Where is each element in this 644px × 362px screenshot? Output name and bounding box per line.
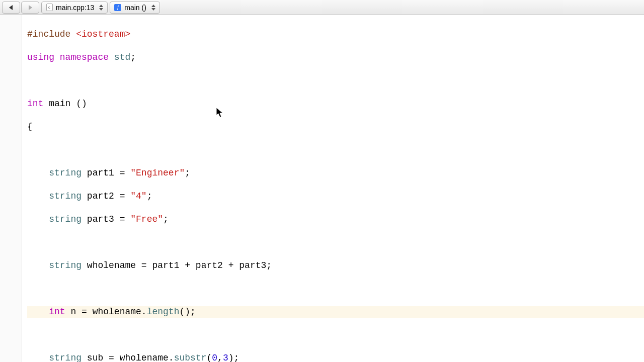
type: string [49,260,82,270]
punct: ; [185,168,190,178]
punct: ; [163,214,169,224]
code-line [27,75,644,86]
triangle-left-icon [8,5,14,11]
indent [27,307,49,317]
punct: (); [179,307,195,317]
indent [27,168,49,178]
file-breadcrumb-label: main.cpp:13 [56,4,94,12]
indent [27,214,49,224]
preproc: #include [27,29,76,39]
identifier: sub = wholename. [82,353,174,362]
file-icon: c [46,4,53,11]
function-icon: f [114,4,121,11]
svg-marker-5 [151,8,155,11]
method: substr [174,353,207,362]
indent [27,191,49,201]
code-line [27,329,644,341]
file-breadcrumb[interactable]: c main.cpp:13 [41,2,108,14]
punct: , [217,353,223,362]
code-line: string part3 = "Free"; [27,214,644,225]
string-literal: "Free" [130,214,163,224]
code-line: #include <iostream> [27,29,644,40]
number: 0 [212,353,217,362]
expression: wholename = part1 + part2 + part3; [82,260,272,270]
keyword: int [27,99,43,109]
type: string [49,353,82,362]
code-line: { [27,121,644,133]
keyword: using namespace [27,52,114,62]
punct: ); [228,353,239,362]
number: 3 [223,353,228,362]
svg-marker-2 [99,5,103,7]
identifier: part1 = [82,168,130,178]
keyword: int [49,307,65,317]
svg-marker-4 [151,5,155,7]
method: length [147,307,180,317]
code-line: string sub = wholename.substr(0,3); [27,352,644,362]
svg-marker-0 [9,5,13,10]
code-line: string wholename = part1 + part2 + part3… [27,260,644,272]
svg-marker-3 [99,8,103,11]
type: string [49,214,82,224]
indent [27,353,49,362]
code-line: string part1 = "Engineer"; [27,167,644,179]
stepper-icon [151,5,155,11]
header: <iostream> [76,29,130,39]
line-gutter [0,15,22,362]
code-line: string part2 = "4"; [27,191,644,202]
identifier: part2 = [82,191,130,201]
punct: ; [130,52,136,62]
editor-area: #include <iostream> using namespace std;… [0,15,644,362]
identifier: std [114,52,130,62]
editor-toolbar: c main.cpp:13 f main () [0,0,644,15]
type: string [49,191,82,201]
function-breadcrumb-label: main () [124,4,146,12]
code-line-current: int n = wholename.length(); [27,306,644,318]
code-line [27,144,644,156]
triangle-right-icon [27,5,33,11]
string-literal: "Engineer" [130,168,185,178]
indent [27,260,49,270]
string-literal: "4" [130,191,146,201]
nav-back-button[interactable] [2,2,20,14]
identifier: part3 = [82,214,130,224]
code-editor[interactable]: #include <iostream> using namespace std;… [22,15,644,362]
svg-marker-1 [29,5,32,10]
nav-forward-button[interactable] [21,2,39,14]
function-breadcrumb[interactable]: f main () [110,2,160,14]
code-line: using namespace std; [27,52,644,63]
code-line [27,283,644,295]
identifier: main () [43,99,87,109]
punct: ( [206,353,212,362]
code-line: int main () [27,98,644,110]
stepper-icon [99,5,103,11]
type: string [49,168,82,178]
code-line [27,237,644,248]
brace: { [27,122,33,132]
punct: ; [147,191,152,201]
identifier: n = wholename. [65,307,147,317]
